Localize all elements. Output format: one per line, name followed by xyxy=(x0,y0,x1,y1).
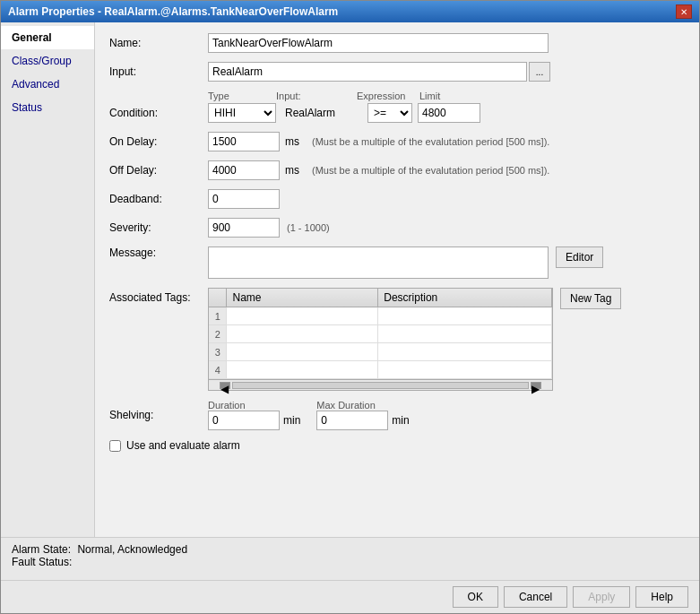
tags-col-name-header: Name xyxy=(227,289,378,307)
message-label: Message: xyxy=(109,246,208,259)
table-row: 2 xyxy=(209,325,552,343)
name-input[interactable] xyxy=(208,33,549,53)
message-area: Message: Editor xyxy=(109,246,685,279)
severity-label: Severity: xyxy=(109,221,208,234)
tags-col-row-num xyxy=(209,289,227,307)
row-desc-2[interactable] xyxy=(378,325,552,343)
tags-col-description-header: Description xyxy=(378,289,552,307)
name-row: Name: xyxy=(109,33,685,53)
scroll-right-btn[interactable]: ▶ xyxy=(531,382,541,389)
row-name-3[interactable] xyxy=(227,343,378,361)
off-delay-label: Off Delay: xyxy=(109,164,208,177)
deadband-row: Deadband: xyxy=(109,189,685,209)
shelving-duration-input[interactable] xyxy=(208,411,280,430)
condition-label: Condition: xyxy=(109,107,208,119)
alarm-properties-window: Alarm Properties - RealAlarm.@Alarms.Tan… xyxy=(0,0,700,614)
title-bar: Alarm Properties - RealAlarm.@Alarms.Tan… xyxy=(1,1,699,22)
on-delay-input[interactable] xyxy=(208,132,280,151)
horizontal-scrollbar[interactable]: ◀ ▶ xyxy=(209,379,552,390)
row-num-1: 1 xyxy=(209,307,227,325)
tags-table-wrapper: Name Description 1 xyxy=(208,288,553,391)
shelving-max-duration-inputs: min xyxy=(316,411,409,430)
message-textarea[interactable] xyxy=(208,246,549,279)
input-with-btn: ... xyxy=(208,62,550,82)
table-row: 3 xyxy=(209,343,552,361)
input-row: Input: ... xyxy=(109,62,685,82)
content-area: General Class/Group Advanced Status Name… xyxy=(1,22,699,537)
shelving-label: Shelving: xyxy=(109,409,208,421)
condition-limit-label: Limit xyxy=(419,91,491,101)
shelving-max-duration-group: Max Duration min xyxy=(316,400,409,430)
shelving-sub: Duration min Max Duration min xyxy=(208,400,410,430)
bottom-bar: OK Cancel Apply Help xyxy=(1,580,699,613)
sidebar: General Class/Group Advanced Status xyxy=(1,22,95,537)
sidebar-item-status[interactable]: Status xyxy=(1,96,94,119)
sidebar-item-advanced[interactable]: Advanced xyxy=(1,73,94,96)
row-desc-4[interactable] xyxy=(378,361,552,379)
row-desc-1[interactable] xyxy=(378,307,552,325)
on-delay-hint: (Must be a multiple of the evalutation p… xyxy=(312,136,549,147)
on-delay-row: On Delay: ms (Must be a multiple of the … xyxy=(109,132,685,151)
condition-expression-label: Expression xyxy=(357,91,419,101)
use-evaluate-checkbox[interactable] xyxy=(109,440,121,452)
severity-row: Severity: (1 - 1000) xyxy=(109,218,685,238)
input-browse-button[interactable]: ... xyxy=(529,62,550,82)
close-button[interactable]: ✕ xyxy=(676,4,692,19)
condition-input-label: Input: xyxy=(276,91,357,101)
use-evaluate-label: Use and evaluate alarm xyxy=(126,439,240,452)
apply-button[interactable]: Apply xyxy=(573,586,630,608)
condition-expression-select[interactable]: >= > <= < = xyxy=(367,103,412,123)
tags-table: Name Description 1 xyxy=(209,289,552,379)
condition-input-value: RealAlarm xyxy=(281,107,362,119)
row-num-2: 2 xyxy=(209,325,227,343)
off-delay-input[interactable] xyxy=(208,160,280,180)
help-button[interactable]: Help xyxy=(635,586,688,608)
associated-tags-label: Associated Tags: xyxy=(109,288,208,304)
main-panel: Name: Input: ... Type Input: Expression … xyxy=(95,22,699,537)
deadband-input[interactable] xyxy=(208,189,280,209)
editor-button[interactable]: Editor xyxy=(556,246,603,268)
use-evaluate-row: Use and evaluate alarm xyxy=(109,439,685,452)
off-delay-hint: (Must be a multiple of the evalutation p… xyxy=(312,165,549,176)
input-field[interactable] xyxy=(208,62,527,82)
associated-tags-section: Associated Tags: Name Description xyxy=(109,288,685,391)
status-bar: Alarm State: Normal, Acknowledged Fault … xyxy=(1,537,699,580)
row-name-4[interactable] xyxy=(227,361,378,379)
alarm-state-line: Alarm State: Normal, Acknowledged xyxy=(12,543,688,556)
row-desc-3[interactable] xyxy=(378,343,552,361)
fault-status-label: Fault Status: xyxy=(12,556,72,568)
off-delay-row: Off Delay: ms (Must be a multiple of the… xyxy=(109,160,685,180)
shelving-duration-group: Duration min xyxy=(208,400,300,430)
name-label: Name: xyxy=(109,37,208,49)
severity-input[interactable] xyxy=(208,218,280,238)
severity-hint: (1 - 1000) xyxy=(287,222,330,233)
condition-type-select[interactable]: HIHI HI LO LOLO xyxy=(208,103,276,123)
sidebar-item-class-group[interactable]: Class/Group xyxy=(1,49,94,73)
shelving-duration-inputs: min xyxy=(208,411,300,430)
condition-inputs: HIHI HI LO LOLO RealAlarm >= > <= < = xyxy=(208,103,480,123)
row-num-4: 4 xyxy=(209,361,227,379)
shelving-duration-label: Duration xyxy=(208,400,300,411)
input-label: Input: xyxy=(109,65,208,78)
condition-limit-input[interactable] xyxy=(418,103,480,123)
row-name-2[interactable] xyxy=(227,325,378,343)
tags-table-container: Name Description 1 xyxy=(208,288,553,391)
condition-type-label: Type xyxy=(208,91,276,101)
sidebar-item-general[interactable]: General xyxy=(1,26,94,49)
row-num-3: 3 xyxy=(209,343,227,361)
shelving-row: Shelving: Duration min Max Duration m xyxy=(109,400,685,430)
row-name-1[interactable] xyxy=(227,307,378,325)
new-tag-button[interactable]: New Tag xyxy=(560,288,621,309)
scroll-left-btn[interactable]: ◀ xyxy=(220,382,230,389)
shelving-max-duration-input[interactable] xyxy=(316,411,388,430)
table-row: 4 xyxy=(209,361,552,379)
scrollbar-track[interactable] xyxy=(232,382,529,389)
off-delay-unit: ms xyxy=(285,164,299,177)
ok-button[interactable]: OK xyxy=(453,586,498,608)
condition-labels-row: Type Input: Expression Limit xyxy=(208,91,685,101)
cancel-button[interactable]: Cancel xyxy=(504,586,567,608)
window-title: Alarm Properties - RealAlarm.@Alarms.Tan… xyxy=(8,5,338,18)
shelving-duration-unit: min xyxy=(283,414,300,427)
on-delay-label: On Delay: xyxy=(109,135,208,148)
alarm-state-value: Normal, Acknowledged xyxy=(77,543,187,556)
